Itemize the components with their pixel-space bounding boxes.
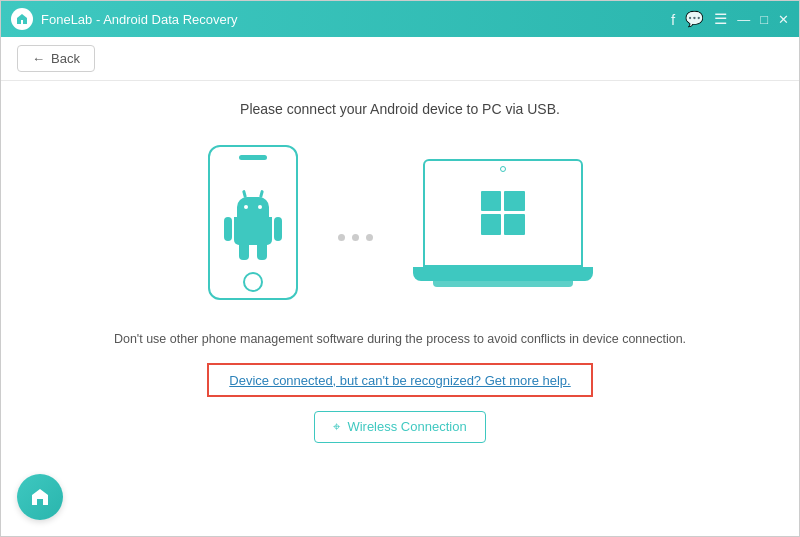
help-link-box: Device connected, but can't be recognize… (207, 363, 592, 397)
title-bar: FoneLab - Android Data Recovery f 💬 ☰ — … (1, 1, 799, 37)
win-logo-pane-1 (481, 191, 502, 212)
warning-text: Don't use other phone management softwar… (114, 330, 686, 349)
android-body (234, 217, 272, 245)
phone-speaker (239, 155, 267, 160)
instruction-text: Please connect your Android device to PC… (240, 101, 560, 117)
phone-home-button (243, 272, 263, 292)
toolbar: ← Back (1, 37, 799, 81)
facebook-icon[interactable]: f (671, 11, 675, 28)
android-robot (234, 197, 272, 245)
maximize-button[interactable]: □ (760, 12, 768, 27)
dot-3 (366, 234, 373, 241)
android-head (237, 197, 269, 217)
help-link[interactable]: Device connected, but can't be recognize… (229, 373, 570, 388)
wifi-icon: ⌖ (333, 419, 340, 435)
laptop-stand (433, 281, 573, 287)
dot-1 (338, 234, 345, 241)
app-title: FoneLab - Android Data Recovery (41, 12, 238, 27)
phone-illustration (208, 145, 298, 300)
close-button[interactable]: ✕ (778, 12, 789, 27)
android-arm-right (274, 217, 282, 241)
menu-icon[interactable]: ☰ (714, 10, 727, 28)
device-illustration (208, 145, 593, 300)
chat-icon[interactable]: 💬 (685, 10, 704, 28)
connection-dots (338, 234, 373, 241)
win-logo-pane-4 (504, 214, 525, 235)
home-button[interactable] (17, 474, 63, 520)
main-content: Please connect your Android device to PC… (1, 81, 799, 536)
home-icon (29, 486, 51, 508)
back-arrow-icon: ← (32, 51, 45, 66)
app-icon (11, 8, 33, 30)
win-logo-pane-2 (504, 191, 525, 212)
android-arm-left (224, 217, 232, 241)
title-bar-left: FoneLab - Android Data Recovery (11, 8, 238, 30)
phone-shape (208, 145, 298, 300)
back-label: Back (51, 51, 80, 66)
window-controls: f 💬 ☰ — □ ✕ (671, 10, 789, 28)
android-eye-left (244, 205, 248, 209)
phone-screen (218, 166, 288, 266)
app-window: FoneLab - Android Data Recovery f 💬 ☰ — … (0, 0, 800, 537)
android-leg-right (257, 244, 267, 260)
dot-2 (352, 234, 359, 241)
back-button[interactable]: ← Back (17, 45, 95, 72)
laptop-camera (500, 166, 506, 172)
minimize-button[interactable]: — (737, 12, 750, 27)
laptop-illustration (413, 159, 593, 287)
wireless-button-label: Wireless Connection (347, 419, 466, 434)
laptop-base (413, 267, 593, 281)
android-eye-right (258, 205, 262, 209)
wireless-connection-button[interactable]: ⌖ Wireless Connection (314, 411, 485, 443)
android-leg-left (239, 244, 249, 260)
laptop-screen (423, 159, 583, 267)
windows-logo (481, 191, 525, 235)
win-logo-pane-3 (481, 214, 502, 235)
